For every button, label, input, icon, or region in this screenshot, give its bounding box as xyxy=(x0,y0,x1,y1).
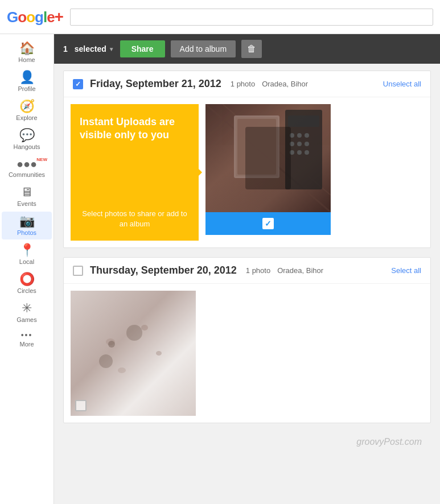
local-icon: 📍 xyxy=(19,244,35,257)
sidebar-item-local[interactable]: 📍 Local xyxy=(2,241,52,268)
sidebar-item-profile[interactable]: 👤 Profile xyxy=(2,68,52,96)
main-content: 1 selected ▼ Share Add to album 🗑 ✓ Frid… xyxy=(54,34,440,504)
layout: 🏠 Home 👤 Profile 🧭 Explore 💬 Hangouts ●●… xyxy=(0,34,440,504)
trash-icon: 🗑 xyxy=(247,44,256,54)
day-select-checkbox-sep21[interactable]: ✓ xyxy=(73,79,83,89)
info-panel: Instant Uploads are visible only to you … xyxy=(71,104,199,241)
day-location-sep21: Oradea, Bihor xyxy=(262,80,308,88)
selected-count: 1 xyxy=(63,44,68,53)
photo-select-bar[interactable]: ✓ xyxy=(205,212,331,235)
sidebar-item-more[interactable]: ••• More xyxy=(2,328,52,351)
communities-icon: ●●● xyxy=(17,158,37,170)
svg-rect-17 xyxy=(71,291,196,416)
sidebar-item-events[interactable]: 🖥 Events xyxy=(2,183,52,210)
sidebar-item-communities[interactable]: ●●● Communities NEW xyxy=(2,155,52,181)
day-title-sep20: Thursday, September 20, 2012 xyxy=(90,265,237,276)
day-title-sep21: Friday, September 21, 2012 xyxy=(90,78,221,90)
day-action-sep20[interactable]: Select all xyxy=(391,266,421,275)
sidebar-item-label: Explore xyxy=(16,114,37,121)
day-select-checkbox-sep20[interactable]: ✓ xyxy=(73,266,83,276)
sidebar-item-hangouts[interactable]: 💬 Hangouts xyxy=(2,126,52,154)
info-panel-subtitle: Select photos to share or add to an albu… xyxy=(80,209,190,229)
home-icon: 🏠 xyxy=(19,42,35,55)
sidebar-item-explore[interactable]: 🧭 Explore xyxy=(2,97,52,125)
surface-photo-svg xyxy=(71,291,196,416)
svg-point-20 xyxy=(118,367,126,373)
sidebar-item-label: Local xyxy=(19,258,34,265)
svg-point-21 xyxy=(156,351,162,356)
events-icon: 🖥 xyxy=(20,186,33,199)
day-header-sep21: ✓ Friday, September 21, 2012 1 photo Ora… xyxy=(64,71,430,97)
delete-button[interactable]: 🗑 xyxy=(241,40,262,58)
svg-point-16 xyxy=(305,150,309,155)
hangouts-icon: 💬 xyxy=(19,129,35,142)
day-location-sep20: Oradea, Bihor xyxy=(277,266,323,275)
svg-point-8 xyxy=(290,133,294,138)
sidebar-item-label: Games xyxy=(17,316,36,323)
profile-icon: 👤 xyxy=(19,71,35,84)
day-photo-count-sep20: 1 photo xyxy=(246,266,270,275)
svg-point-13 xyxy=(305,142,309,146)
svg-point-15 xyxy=(297,150,302,155)
svg-point-11 xyxy=(290,142,294,146)
sidebar-item-label: Profile xyxy=(18,85,35,92)
sidebar-item-label: Home xyxy=(18,56,35,63)
photo-item-2[interactable] xyxy=(71,291,196,416)
explore-icon: 🧭 xyxy=(19,100,35,113)
more-icon: ••• xyxy=(21,331,33,339)
sidebar-item-home[interactable]: 🏠 Home xyxy=(2,39,52,67)
day-group-sep20: ✓ Thursday, September 20, 2012 1 photo O… xyxy=(63,257,431,423)
games-icon: ✳ xyxy=(22,302,32,315)
day-photo-count-sep21: 1 photo xyxy=(231,80,255,88)
watermark: groovyPost.com xyxy=(63,432,431,449)
svg-rect-7 xyxy=(288,115,319,127)
google-plus-logo: Google+ xyxy=(7,8,63,26)
photo-checkbox-selected[interactable]: ✓ xyxy=(262,218,274,229)
sidebar-item-label: More xyxy=(19,341,34,348)
cd-photo-svg xyxy=(205,104,331,212)
photos-icon: 📷 xyxy=(19,215,35,228)
svg-point-19 xyxy=(141,325,148,331)
photo-item-1[interactable]: ✓ xyxy=(205,104,331,241)
content-area: ✓ Friday, September 21, 2012 1 photo Ora… xyxy=(54,64,440,456)
day-header-sep20: ✓ Thursday, September 20, 2012 1 photo O… xyxy=(64,258,430,284)
sidebar: 🏠 Home 👤 Profile 🧭 Explore 💬 Hangouts ●●… xyxy=(0,34,54,504)
svg-point-10 xyxy=(305,133,309,138)
svg-point-12 xyxy=(297,142,302,146)
info-panel-title: Instant Uploads are visible only to you xyxy=(80,115,190,142)
search-input[interactable] xyxy=(70,9,433,26)
photos-area-sep20 xyxy=(64,284,430,423)
add-to-album-button[interactable]: Add to album xyxy=(171,40,236,57)
sidebar-item-label: Circles xyxy=(17,287,36,294)
share-button[interactable]: Share xyxy=(120,40,165,57)
dropdown-arrow-icon: ▼ xyxy=(109,46,114,52)
svg-point-9 xyxy=(297,133,302,138)
photo-image-cd xyxy=(205,104,331,212)
photos-area-sep21: Instant Uploads are visible only to you … xyxy=(64,97,430,247)
svg-point-14 xyxy=(290,150,294,155)
circles-icon: ⭕ xyxy=(19,273,35,286)
sidebar-item-circles[interactable]: ⭕ Circles xyxy=(2,270,52,298)
header: Google+ xyxy=(0,0,440,34)
sidebar-item-label: Events xyxy=(17,200,36,207)
selected-text: selected xyxy=(75,44,106,53)
photo-image-surface xyxy=(71,291,196,416)
day-group-sep21: ✓ Friday, September 21, 2012 1 photo Ora… xyxy=(63,71,431,248)
sidebar-item-games[interactable]: ✳ Games xyxy=(2,299,52,327)
new-badge: NEW xyxy=(36,157,47,162)
sidebar-item-label: Photos xyxy=(17,229,36,236)
photo-checkbox-unchecked[interactable] xyxy=(75,400,87,411)
svg-rect-5 xyxy=(237,119,276,175)
selected-count-label[interactable]: 1 selected ▼ xyxy=(63,44,114,53)
svg-point-18 xyxy=(106,338,115,345)
sidebar-item-label: Hangouts xyxy=(13,143,40,150)
sidebar-item-label: Communities xyxy=(9,171,45,178)
sidebar-item-photos[interactable]: 📷 Photos xyxy=(2,212,52,239)
day-action-sep21[interactable]: Unselect all xyxy=(383,80,421,88)
toolbar: 1 selected ▼ Share Add to album 🗑 xyxy=(54,34,440,64)
